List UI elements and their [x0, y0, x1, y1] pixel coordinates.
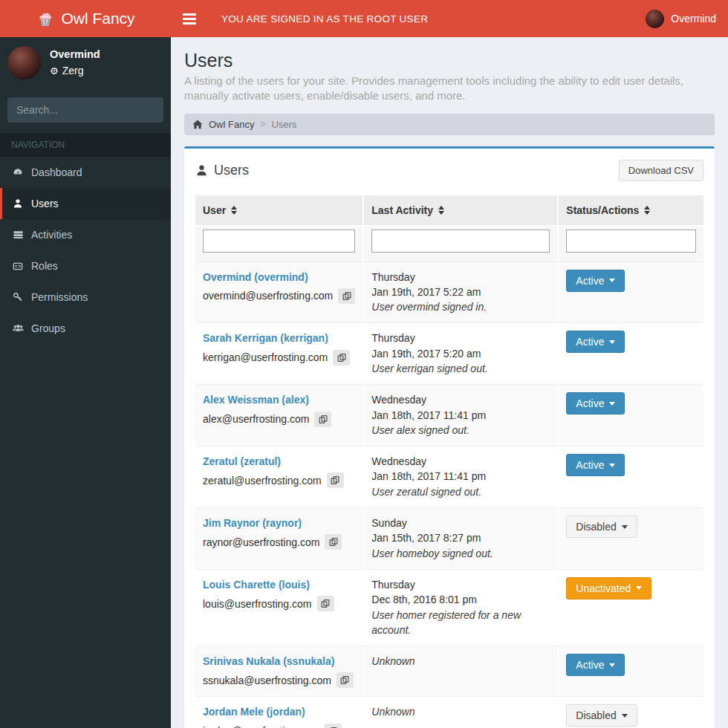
- status-dropdown-button[interactable]: Unactivated: [566, 577, 651, 599]
- sidebar-item-activities[interactable]: Activities: [0, 219, 171, 250]
- copy-email-icon[interactable]: [325, 534, 342, 550]
- status-label: Unactivated: [576, 582, 631, 594]
- status-dropdown-button[interactable]: Active: [566, 270, 625, 292]
- activity-date: Jan 15th, 2017 8:27 pm: [371, 530, 550, 545]
- column-header-last-activity[interactable]: Last Activity: [363, 195, 557, 225]
- sidebar: Overmind ⚙ Zerg NAVIGATION DashboardUser…: [0, 37, 171, 728]
- users-panel-title: Users: [214, 163, 249, 178]
- status-label: Active: [576, 659, 604, 671]
- copy-email-icon[interactable]: [333, 350, 350, 365]
- status-dropdown-button[interactable]: Disabled: [566, 516, 637, 538]
- activity-day: Thursday: [371, 577, 550, 592]
- filter-input-user[interactable]: [203, 230, 355, 253]
- user-email: alex@userfrosting.com: [203, 412, 309, 426]
- user-email: kerrigan@userfrosting.com: [203, 350, 328, 365]
- sidebar-user-panel: Overmind ⚙ Zerg: [0, 37, 171, 88]
- filter-input-last-activity[interactable]: [371, 230, 550, 253]
- copy-email-icon[interactable]: [327, 472, 344, 488]
- user-row: Louis Charette (louis)louis@userfrosting…: [195, 569, 703, 646]
- user-row: Srinivas Nukala (ssnukala)ssnukala@userf…: [195, 646, 703, 696]
- user-email: louis@userfrosting.com: [203, 597, 312, 611]
- status-dropdown-button[interactable]: Active: [566, 454, 625, 476]
- filter-input-status-actions[interactable]: [566, 230, 696, 253]
- sidebar-item-permissions[interactable]: Permissions: [0, 282, 171, 313]
- root-user-alert: YOU ARE SIGNED IN AS THE ROOT USER: [221, 13, 428, 25]
- status-dropdown-button[interactable]: Active: [566, 392, 625, 415]
- users-panel-header: Users Download CSV: [184, 149, 715, 189]
- download-csv-button[interactable]: Download CSV: [619, 160, 703, 181]
- copy-email-icon[interactable]: [314, 412, 331, 427]
- activity-note: User homeboy signed out.: [371, 546, 550, 561]
- user-email: jordan@userfrosting.com: [203, 724, 319, 728]
- user-menu[interactable]: Overmind: [634, 0, 728, 37]
- activity-note: User kerrigan signed out.: [371, 361, 550, 376]
- page-title: Users: [184, 50, 715, 71]
- sort-icon: [644, 206, 650, 215]
- status-label: Active: [576, 275, 604, 287]
- activity-date: Jan 18th, 2017 11:41 pm: [371, 469, 550, 484]
- sidebar-item-label: Roles: [31, 260, 58, 272]
- activity-note: User alex signed out.: [371, 423, 550, 438]
- breadcrumb-separator: >: [260, 119, 265, 129]
- user-name-link[interactable]: Alex Weissman (alex): [203, 394, 309, 406]
- user-name-link[interactable]: Jordan Mele (jordan): [203, 706, 305, 718]
- sidebar-item-groups[interactable]: Groups: [0, 313, 171, 344]
- copy-email-icon[interactable]: [338, 288, 355, 304]
- breadcrumb: Owl Fancy>Users: [184, 114, 715, 135]
- status-dropdown-button[interactable]: Disabled: [566, 704, 637, 727]
- breadcrumb-item-owl-fancy[interactable]: Owl Fancy: [209, 119, 254, 130]
- users-panel: Users Download CSV UserLast ActivityStat…: [184, 146, 715, 728]
- users-table: UserLast ActivityStatus/Actions Overmind…: [195, 195, 703, 728]
- sidebar-search-form: [7, 97, 163, 123]
- activity-note: User homer registered for a new account.: [371, 608, 550, 638]
- user-menu-name: Overmind: [671, 13, 716, 25]
- activity-date: Jan 19th, 2017 5:22 am: [371, 285, 550, 299]
- sidebar-item-dashboard[interactable]: Dashboard: [0, 157, 171, 188]
- status-label: Active: [576, 336, 604, 348]
- activities-icon: [11, 230, 25, 240]
- column-header-label: User: [203, 204, 226, 216]
- status-dropdown-button[interactable]: Active: [566, 331, 625, 353]
- sort-icon: [231, 206, 237, 215]
- user-name-link[interactable]: Overmind (overmind): [203, 271, 308, 283]
- user-row: Sarah Kerrigan (kerrigan)kerrigan@userfr…: [195, 322, 703, 384]
- status-label: Disabled: [576, 521, 616, 533]
- column-header-status-actions[interactable]: Status/Actions: [557, 195, 703, 225]
- sidebar-user-name: Overmind: [50, 48, 100, 60]
- sidebar-toggle-button[interactable]: [171, 2, 208, 36]
- user-icon: [11, 198, 25, 209]
- sidebar-item-label: Permissions: [31, 291, 88, 303]
- dashboard-icon: [11, 167, 25, 178]
- copy-email-icon[interactable]: [317, 596, 334, 611]
- column-header-user[interactable]: User: [195, 195, 363, 225]
- user-avatar: [646, 10, 664, 28]
- user-name-link[interactable]: Sarah Kerrigan (kerrigan): [203, 332, 328, 344]
- sidebar-user-group-label: Zerg: [62, 65, 84, 77]
- caret-down-icon: [622, 714, 628, 718]
- brand-logo[interactable]: Owl Fancy: [0, 0, 171, 37]
- user-name-link[interactable]: Srinivas Nukala (ssnukala): [203, 655, 334, 667]
- user-row: Jordan Mele (jordan)jordan@userfrosting.…: [195, 696, 703, 728]
- copy-email-icon[interactable]: [337, 672, 354, 688]
- user-name-link[interactable]: Louis Charette (louis): [203, 579, 310, 591]
- top-navbar: Owl Fancy YOU ARE SIGNED IN AS THE ROOT …: [0, 0, 728, 37]
- user-row: Overmind (overmind)overmind@userfrosting…: [195, 261, 703, 323]
- page-description: A listing of the users for your site. Pr…: [184, 74, 715, 104]
- user-name-link[interactable]: Zeratul (zeratul): [203, 455, 281, 467]
- activity-note: User overmind signed in.: [371, 299, 550, 314]
- activity-day: Wednesday: [371, 454, 550, 469]
- sidebar-item-users[interactable]: Users: [0, 188, 171, 219]
- search-input[interactable]: [7, 97, 160, 123]
- activity-unknown: Unknown: [371, 654, 550, 669]
- status-dropdown-button[interactable]: Active: [566, 654, 625, 676]
- activity-date: Dec 8th, 2016 8:01 pm: [371, 592, 550, 607]
- sidebar-item-label: Dashboard: [31, 166, 82, 178]
- user-name-link[interactable]: Jim Raynor (raynor): [203, 517, 302, 529]
- users-table-wrapper: UserLast ActivityStatus/Actions Overmind…: [184, 189, 715, 728]
- home-icon: [192, 120, 203, 129]
- sidebar-nav: DashboardUsersActivitiesRolesPermissions…: [0, 157, 171, 344]
- sidebar-item-roles[interactable]: Roles: [0, 250, 171, 282]
- search-icon[interactable]: [160, 97, 163, 123]
- nav-section-header: NAVIGATION: [0, 133, 171, 157]
- copy-email-icon[interactable]: [325, 724, 342, 728]
